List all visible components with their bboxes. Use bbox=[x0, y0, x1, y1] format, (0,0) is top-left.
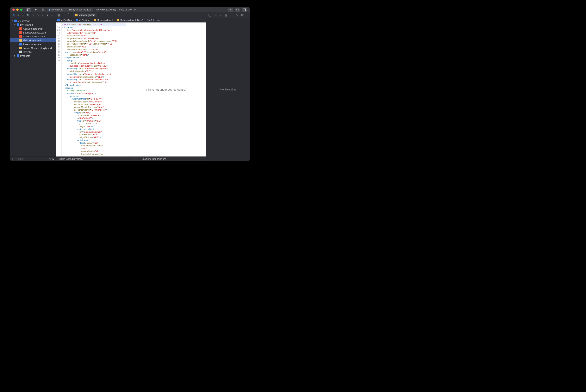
activity-status: MyFirstApp: Ready | Today at 1:07 PM bbox=[96, 8, 136, 11]
issue-navigator-icon[interactable]: ⚠ bbox=[31, 13, 35, 17]
symbol-navigator-icon[interactable]: ☰ bbox=[21, 13, 25, 17]
editor-split: 1 2 3 4 5 6 7 8 9 10 11 12 13 14 15 16 1… bbox=[56, 22, 206, 156]
folder-icon bbox=[17, 54, 19, 57]
minimize-window-button[interactable] bbox=[16, 8, 19, 11]
file-row[interactable]: Main.storyboard bbox=[10, 38, 56, 42]
close-window-button[interactable] bbox=[13, 8, 15, 11]
connections-inspector-icon[interactable]: ⟳ bbox=[241, 13, 244, 17]
project-icon bbox=[14, 20, 17, 22]
project-navigator-icon[interactable]: ▦ bbox=[12, 13, 15, 17]
filter-input[interactable] bbox=[19, 158, 48, 160]
scheme-selector[interactable]: ◆ MyFirstApp 〉 mickey's iPad Pro 12.9 bbox=[47, 8, 93, 12]
file-row[interactable]: LaunchScreen.storyboard bbox=[10, 46, 56, 50]
stop-button[interactable] bbox=[40, 8, 45, 12]
folder-icon bbox=[76, 19, 78, 21]
code-review-button[interactable] bbox=[235, 8, 240, 12]
find-navigator-icon[interactable]: 🔍 bbox=[26, 13, 30, 17]
file-row[interactable]: ViewController.swift bbox=[10, 34, 56, 38]
inspector-message: No Selection bbox=[220, 88, 236, 91]
source-control-navigator-icon[interactable]: ✕ bbox=[17, 13, 20, 17]
status-prefix: MyFirstApp: bbox=[96, 8, 109, 11]
plus-icon: ＋ bbox=[229, 8, 232, 11]
file-icon bbox=[19, 43, 22, 46]
library-button[interactable]: ＋ bbox=[228, 8, 233, 12]
tree-root[interactable]: ▼ MyFirstApp bbox=[10, 19, 56, 23]
file-label: SceneDelegate.swift bbox=[23, 31, 46, 34]
toggle-navigator-button[interactable] bbox=[26, 8, 32, 12]
scheme-device-label: mickey's iPad Pro 12.9 bbox=[68, 8, 92, 11]
navigator-selector: ▦ ✕ ☰ 🔍 ⚠ ◇ ⧖ ❯ ☰ bbox=[10, 12, 56, 18]
file-row[interactable]: Assets.xcassets bbox=[10, 42, 56, 46]
related-items-icon[interactable]: ▦ bbox=[57, 13, 61, 17]
jump-base[interactable]: Main.storyboard (Base) bbox=[120, 19, 143, 21]
storyboard-file-icon bbox=[117, 19, 119, 21]
tree-group[interactable]: ▼ MyFirstApp bbox=[10, 23, 56, 27]
help-inspector-icon[interactable]: ? bbox=[219, 13, 222, 17]
chevron-right-icon: 〉 bbox=[91, 18, 93, 22]
scm-filter-icon[interactable]: ▣ bbox=[52, 158, 55, 160]
file-label: Info.plist bbox=[23, 50, 32, 54]
window-controls bbox=[13, 8, 23, 11]
nav-back-button[interactable]: 〈 bbox=[62, 13, 66, 17]
review-message: File is not under source control bbox=[146, 88, 186, 91]
next-change-button[interactable]: 〉 bbox=[137, 157, 140, 160]
add-icon[interactable]: ＋ bbox=[11, 157, 14, 160]
folder-icon bbox=[17, 24, 19, 26]
nav-forward-button[interactable]: 〉 bbox=[68, 13, 71, 17]
debug-navigator-icon[interactable]: ⧖ bbox=[41, 13, 44, 17]
prev-change-button[interactable]: 〈 bbox=[133, 157, 135, 160]
status-state: Ready bbox=[110, 8, 116, 11]
play-icon bbox=[35, 8, 37, 11]
test-navigator-icon[interactable]: ◇ bbox=[36, 13, 39, 17]
jump-bar[interactable]: MyFirstApp 〉 MyFirstApp 〉 Main.storyboar… bbox=[56, 18, 206, 22]
disclosure-triangle-icon[interactable]: ▶ bbox=[14, 55, 16, 57]
zoom-window-button[interactable] bbox=[20, 8, 23, 11]
file-tree[interactable]: ▼ MyFirstApp ▼ MyFirstApp AppDelegate.sw… bbox=[10, 18, 56, 156]
main-body: ▼ MyFirstApp ▼ MyFirstApp AppDelegate.sw… bbox=[10, 18, 250, 161]
inspector-selector: ▢ ⟲ ? ▤ ☰ ▷ ⟳ bbox=[206, 12, 250, 18]
identity-inspector-icon[interactable]: ▤ bbox=[224, 13, 228, 17]
breakpoint-navigator-icon[interactable]: ❯ bbox=[46, 13, 49, 17]
report-navigator-icon[interactable]: ☰ bbox=[50, 13, 54, 17]
run-button[interactable] bbox=[33, 8, 38, 12]
file-row[interactable]: SceneDelegate.swift bbox=[10, 30, 56, 34]
code-content[interactable]: <?xml version="1.0" encoding="UTF-8"?> <… bbox=[62, 22, 126, 156]
jump-project[interactable]: MyFirstApp bbox=[61, 19, 72, 21]
status-time: Today at 1:07 PM bbox=[118, 8, 136, 11]
tree-group-label: MyFirstApp bbox=[20, 24, 33, 26]
tab-label: Main.storyboard bbox=[79, 14, 95, 16]
navigator-filter-bar: ＋ ◳ ◔ ▣ bbox=[10, 156, 56, 161]
editor-area: MyFirstApp 〉 MyFirstApp 〉 Main.storyboar… bbox=[56, 18, 206, 161]
sidebar-right-icon bbox=[243, 8, 246, 11]
recent-filter-icon[interactable]: ◔ bbox=[49, 158, 51, 160]
size-inspector-icon[interactable]: ▷ bbox=[235, 13, 239, 17]
filter-scope-icon[interactable]: ◳ bbox=[15, 158, 17, 160]
disclosure-triangle-icon[interactable]: ▼ bbox=[14, 24, 16, 26]
line-gutter: 1 2 3 4 5 6 7 8 9 10 11 12 13 14 15 16 1… bbox=[56, 22, 62, 156]
toggle-inspector-button[interactable] bbox=[242, 8, 247, 12]
svg-rect-5 bbox=[245, 8, 246, 11]
tree-products[interactable]: ▶ Products bbox=[10, 54, 56, 58]
source-editor[interactable]: 1 2 3 4 5 6 7 8 9 10 11 12 13 14 15 16 1… bbox=[56, 22, 126, 156]
disclosure-triangle-icon[interactable]: ▼ bbox=[11, 20, 13, 22]
jump-selection[interactable]: No Selection bbox=[147, 19, 160, 21]
svg-rect-3 bbox=[42, 8, 44, 11]
jump-file[interactable]: Main.storyboard bbox=[97, 19, 113, 21]
inspector-panel: No Selection bbox=[206, 18, 250, 161]
file-label: Main.storyboard bbox=[23, 39, 41, 42]
file-icon bbox=[19, 50, 22, 53]
tree-products-label: Products bbox=[20, 54, 30, 57]
history-inspector-icon[interactable]: ⟲ bbox=[213, 13, 217, 17]
file-row[interactable]: Info.plist bbox=[10, 50, 56, 54]
storyboard-file-icon bbox=[75, 14, 78, 16]
file-icon bbox=[19, 27, 22, 30]
svg-marker-2 bbox=[35, 8, 37, 11]
project-icon bbox=[57, 19, 60, 21]
file-inspector-icon[interactable]: ▢ bbox=[208, 13, 211, 17]
tab-main-storyboard[interactable]: Main.storyboard bbox=[73, 13, 97, 17]
toolstrip: ▦ ✕ ☰ 🔍 ⚠ ◇ ⧖ ❯ ☰ ▦ 〈 〉 Main.storyboard … bbox=[10, 12, 250, 18]
file-row[interactable]: AppDelegate.swift bbox=[10, 27, 56, 30]
attributes-inspector-icon[interactable]: ☰ bbox=[230, 13, 233, 17]
jump-group[interactable]: MyFirstApp bbox=[79, 19, 90, 21]
editor-options-icon[interactable]: ⋯ bbox=[200, 13, 205, 17]
